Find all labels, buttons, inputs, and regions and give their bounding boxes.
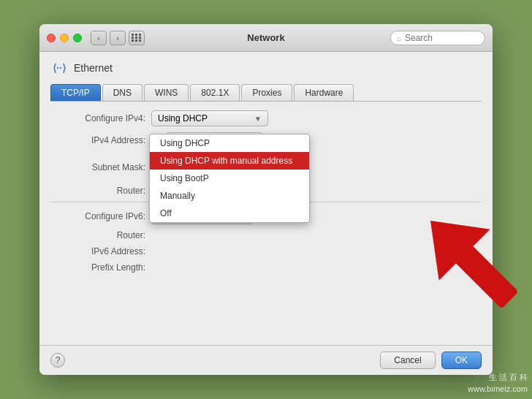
tab-8021x[interactable]: 802.1X [190, 84, 240, 101]
ethernet-label: Ethernet [74, 62, 113, 74]
grid-icon [132, 34, 142, 42]
configure-ipv4-value: Using DHCP [158, 113, 208, 123]
bottom-bar: ? Cancel OK [39, 345, 493, 375]
watermark: 生 活 百 科 www.bimeiz.com [468, 372, 528, 395]
configure-ipv6-label: Configure IPv6: [50, 211, 145, 221]
router-ipv6-label: Router: [50, 230, 145, 240]
titlebar: ‹ › Network ⌕ [39, 24, 493, 52]
router-label: Router: [50, 186, 145, 196]
configure-ipv4-dropdown[interactable]: Using DHCP ▼ [151, 110, 268, 126]
dropdown-menu: Using DHCP Using DHCP with manual addres… [149, 134, 310, 223]
tab-tcpip[interactable]: TCP/IP [50, 84, 101, 101]
prefix-length-row: Prefix Length: [50, 262, 482, 273]
tab-wins[interactable]: WINS [144, 84, 189, 101]
traffic-lights [47, 34, 82, 42]
watermark-line2: www.bimeiz.com [468, 384, 528, 395]
maximize-button[interactable] [73, 34, 82, 42]
ethernet-icon: ⟨··⟩ [50, 62, 68, 74]
ipv6-address-row: IPv6 Address: [50, 246, 482, 256]
window-title: Network [247, 32, 284, 43]
ethernet-row: ⟨··⟩ Ethernet [50, 59, 482, 77]
dropdown-item-bootp[interactable]: Using BootP [150, 170, 309, 187]
forward-button[interactable]: › [110, 31, 126, 45]
router-ipv6-row: Router: [50, 230, 482, 240]
subnet-mask-label: Subnet Mask: [50, 162, 145, 172]
search-input[interactable] [405, 33, 479, 43]
close-button[interactable] [47, 34, 56, 42]
dropdown-item-manually[interactable]: Manually [150, 187, 309, 205]
ethernet-arrows-icon: ⟨··⟩ [53, 62, 66, 74]
tab-proxies[interactable]: Proxies [241, 84, 292, 101]
configure-ipv4-label: Configure IPv4: [50, 113, 145, 123]
ipv6-address-label: IPv6 Address: [50, 246, 145, 256]
chevron-down-icon: ▼ [254, 115, 262, 123]
cancel-button[interactable]: Cancel [380, 352, 435, 369]
search-icon: ⌕ [397, 34, 402, 42]
watermark-line1: 生 活 百 科 [468, 372, 528, 383]
tab-dns[interactable]: DNS [102, 84, 142, 101]
prefix-length-label: Prefix Length: [50, 262, 145, 273]
tabs-bar: TCP/IP DNS WINS 802.1X Proxies Hardware [50, 84, 482, 102]
network-window: ‹ › Network ⌕ ⟨··⟩ Ethernet TCP/IP [39, 24, 493, 375]
nav-buttons: ‹ › [91, 31, 126, 45]
search-box[interactable]: ⌕ [390, 31, 485, 45]
ipv4-address-label: IPv4 Address: [50, 135, 145, 145]
minimize-button[interactable] [60, 34, 69, 42]
dropdown-item-using-dhcp[interactable]: Using DHCP [150, 134, 309, 152]
back-button[interactable]: ‹ [91, 31, 107, 45]
dropdown-item-off[interactable]: Off [150, 205, 309, 222]
content-area: ⟨··⟩ Ethernet TCP/IP DNS WINS 802.1X Pro… [39, 52, 493, 345]
ok-button[interactable]: OK [441, 352, 482, 369]
dropdown-item-dhcp-manual[interactable]: Using DHCP with manual address [150, 152, 309, 170]
tab-hardware[interactable]: Hardware [294, 84, 354, 101]
form-area: Configure IPv4: Using DHCP ▼ IPv4 Addres… [50, 110, 482, 338]
grid-button[interactable] [129, 31, 145, 45]
help-button[interactable]: ? [50, 353, 65, 368]
configure-ipv4-row: Configure IPv4: Using DHCP ▼ [50, 110, 482, 126]
